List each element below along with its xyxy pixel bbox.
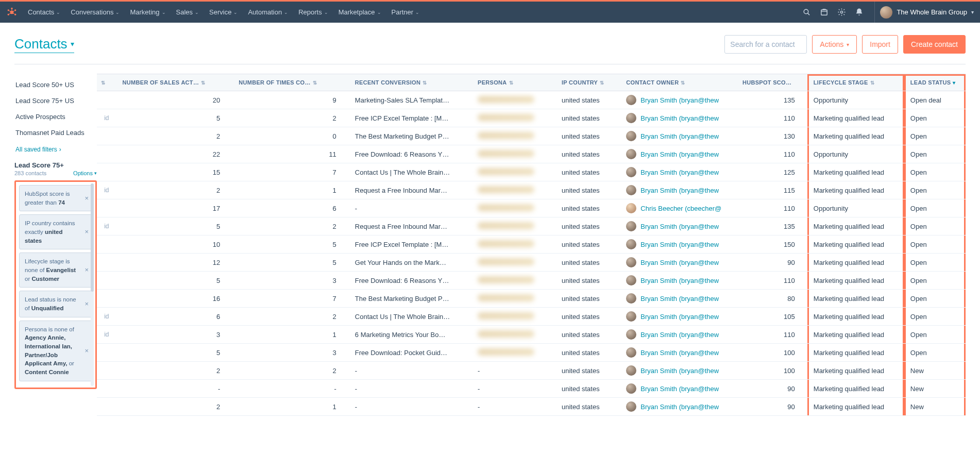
col-contact-owner[interactable]: CONTACT OWNER⇅ — [620, 74, 736, 91]
owner-link[interactable]: Bryan Smith (bryan@thew — [640, 259, 719, 266]
filter-chip[interactable]: Lifecycle stage is none of Evangelist or… — [19, 253, 92, 288]
search-icon[interactable] — [801, 7, 812, 18]
cell-sales-activities: 2 — [116, 181, 233, 199]
col-hubspot-score[interactable]: HUBSPOT SCORE⇅ — [736, 74, 807, 91]
col-lead-status[interactable]: LEAD STATUS▾ — [904, 74, 966, 91]
table-row[interactable]: id52Free ICP Excel Template : [M…united … — [97, 109, 966, 127]
filter-chip[interactable]: IP country contains exactly united state… — [19, 214, 92, 249]
cell-sales-activities: 5 — [116, 217, 233, 236]
owner-link[interactable]: Bryan Smith (bryan@thew — [640, 169, 719, 176]
gear-icon[interactable] — [836, 7, 847, 18]
table-row[interactable]: id21Request a Free Inbound Mar…united st… — [97, 181, 966, 199]
owner-link[interactable]: Bryan Smith (bryan@thew — [640, 187, 719, 194]
import-button[interactable]: Import — [862, 35, 898, 54]
owner-link[interactable]: Bryan Smith (bryan@thew — [640, 223, 719, 230]
filter-chip[interactable]: Persona is none of Agency Annie, Interna… — [19, 321, 92, 381]
nav-marketing[interactable]: Marketing⌄ — [125, 8, 171, 16]
table-row[interactable]: 53Free Download: 6 Reasons Y…united stat… — [97, 272, 966, 290]
cell-recent-conversion: The Best Marketing Budget P… — [349, 127, 471, 145]
cell-times-contacted: - — [232, 380, 349, 398]
owner-avatar — [626, 275, 636, 285]
cell-lifecycle-stage: Marketing qualified lead — [807, 290, 904, 308]
remove-filter-icon[interactable]: × — [85, 227, 89, 237]
nav-marketplace[interactable]: Marketplace⌄ — [333, 8, 386, 16]
filters-sidebar: Lead Score 50+ USLead Score 75+ USActive… — [14, 74, 97, 389]
table-row[interactable]: 157Contact Us | The Whole Brain…united s… — [97, 163, 966, 181]
nav-service[interactable]: Service⌄ — [204, 8, 243, 16]
saved-filter-item[interactable]: Lead Score 50+ US — [14, 77, 97, 93]
hubspot-logo-icon[interactable] — [6, 7, 18, 18]
table-row[interactable]: 53Free Download: Pocket Guid…united stat… — [97, 344, 966, 362]
col-ip-country[interactable]: IP COUNTRY⇅ — [555, 74, 620, 91]
table-row[interactable]: 20The Best Marketing Budget P…united sta… — [97, 127, 966, 145]
filter-chip[interactable]: HubSpot score is greater than 74× — [19, 185, 92, 211]
nav-partner[interactable]: Partner⌄ — [386, 8, 425, 16]
cell-hubspot-score: 135 — [736, 91, 807, 109]
owner-link[interactable]: Bryan Smith (bryan@thew — [640, 96, 719, 104]
saved-filter-item[interactable]: Lead Score 75+ US — [14, 93, 97, 109]
table-row[interactable]: 21--united statesBryan Smith (bryan@thew… — [97, 398, 966, 416]
table-row[interactable]: id62Contact Us | The Whole Brain…united … — [97, 308, 966, 326]
table-row[interactable]: 176-united statesChris Beecher (cbeecher… — [97, 199, 966, 217]
cell-persona: - — [471, 380, 555, 398]
all-saved-filters-link[interactable]: All saved filters › — [14, 141, 97, 158]
table-row[interactable]: 209Marketing-Sales SLA Templat…united st… — [97, 91, 966, 109]
owner-link[interactable]: Bryan Smith (bryan@thew — [640, 331, 719, 339]
owner-link[interactable]: Chris Beecher (cbeecher@ — [640, 205, 721, 212]
owner-link[interactable]: Bryan Smith (bryan@thew — [640, 295, 719, 302]
table-row[interactable]: id52Request a Free Inbound Mar…united st… — [97, 217, 966, 236]
owner-link[interactable]: Bryan Smith (bryan@thew — [640, 150, 719, 158]
owner-link[interactable]: Bryan Smith (bryan@thew — [640, 313, 719, 321]
saved-filter-item[interactable]: Active Prospects — [14, 109, 97, 125]
owner-link[interactable]: Bryan Smith (bryan@thew — [640, 367, 719, 375]
sort-icon: ⇅ — [870, 80, 874, 86]
object-switcher[interactable]: Contacts ▾ — [14, 36, 74, 53]
col-lifecycle-stage[interactable]: LIFECYCLE STAGE⇅ — [807, 74, 904, 91]
cell-lifecycle-stage: Marketing qualified lead — [807, 308, 904, 326]
remove-filter-icon[interactable]: × — [85, 346, 89, 356]
owner-link[interactable]: Bryan Smith (bryan@thew — [640, 385, 719, 393]
table-row[interactable]: id316 Marketing Metrics Your Bo…united s… — [97, 326, 966, 344]
table-row[interactable]: 105Free ICP Excel Template : [M…united s… — [97, 236, 966, 254]
remove-filter-icon[interactable]: × — [85, 265, 89, 275]
marketplace-icon[interactable] — [819, 7, 829, 18]
owner-link[interactable]: Bryan Smith (bryan@thew — [640, 403, 719, 411]
owner-link[interactable]: Bryan Smith (bryan@thew — [640, 114, 719, 122]
scrollbar-thumb[interactable] — [91, 183, 94, 292]
filter-options-dropdown[interactable]: Options ▾ — [73, 170, 97, 176]
col-recent-conversion[interactable]: RECENT CONVERSION⇅ — [349, 74, 471, 91]
actions-dropdown[interactable]: Actions ▾ — [812, 35, 857, 54]
col-persona[interactable]: PERSONA⇅ — [471, 74, 555, 91]
create-contact-button[interactable]: Create contact — [903, 35, 966, 54]
col-times-contacted[interactable]: NUMBER OF TIMES CO…⇅ — [232, 74, 349, 91]
account-switcher[interactable]: The Whole Brain Group ▾ — [874, 2, 974, 23]
table-row[interactable]: 167The Best Marketing Budget P…united st… — [97, 290, 966, 308]
search-contacts[interactable] — [724, 35, 807, 54]
nav-contacts[interactable]: Contacts⌄ — [23, 8, 65, 16]
sort-icon: ⇅ — [681, 80, 685, 86]
table-row[interactable]: 125Get Your Hands on the Mark…united sta… — [97, 254, 966, 272]
table-row[interactable]: 22--united statesBryan Smith (bryan@thew… — [97, 362, 966, 380]
nav-sales[interactable]: Sales⌄ — [171, 8, 205, 16]
saved-filter-item[interactable]: Thomasnet Paid Leads — [14, 125, 97, 141]
persona-redacted — [478, 258, 534, 265]
col-sales-activities[interactable]: NUMBER OF SALES ACT…⇅ — [116, 74, 233, 91]
owner-link[interactable]: Bryan Smith (bryan@thew — [640, 241, 719, 248]
remove-filter-icon[interactable]: × — [85, 193, 89, 203]
nav-conversations[interactable]: Conversations⌄ — [65, 8, 125, 16]
remove-filter-icon[interactable]: × — [85, 299, 89, 309]
owner-link[interactable]: Bryan Smith (bryan@thew — [640, 132, 719, 140]
search-input[interactable] — [730, 40, 820, 48]
bell-icon[interactable] — [854, 7, 864, 18]
nav-automation[interactable]: Automation⌄ — [243, 8, 293, 16]
owner-link[interactable]: Bryan Smith (bryan@thew — [640, 277, 719, 284]
table-row[interactable]: ----united statesBryan Smith (bryan@thew… — [97, 380, 966, 398]
owner-link[interactable]: Bryan Smith (bryan@thew — [640, 349, 719, 357]
table-row[interactable]: 2211Free Download: 6 Reasons Y…united st… — [97, 145, 966, 163]
filter-chip[interactable]: Lead status is none of Unqualified× — [19, 291, 92, 317]
cell-ip-country: united states — [555, 127, 620, 145]
nav-reports[interactable]: Reports⌄ — [293, 8, 333, 16]
col-stub[interactable]: ⇅ — [97, 74, 116, 91]
page-title: Contacts — [14, 36, 67, 52]
cell-owner: Bryan Smith (bryan@thew — [620, 217, 736, 236]
